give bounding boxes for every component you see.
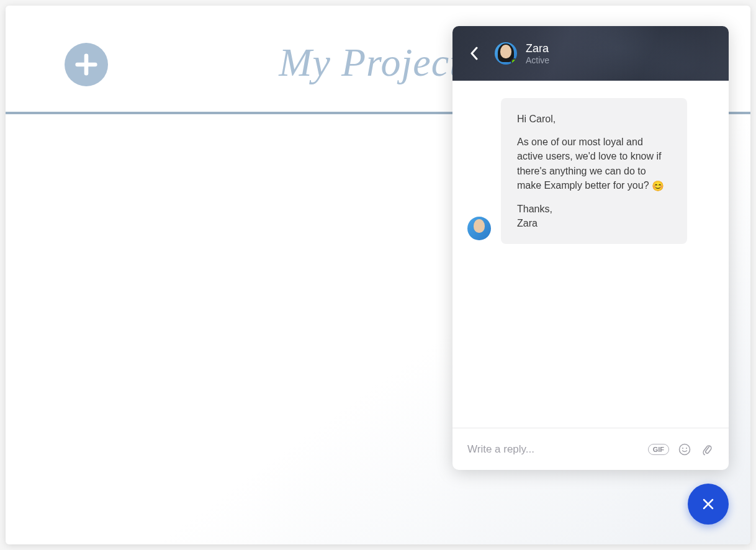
chat-messages: Hi Carol, As one of our most loyal and a… xyxy=(452,81,729,428)
message-greeting: Hi Carol, xyxy=(517,112,671,126)
message-bubble: Hi Carol, As one of our most loyal and a… xyxy=(501,98,687,244)
message-signoff-name: Zara xyxy=(517,218,538,228)
close-icon xyxy=(701,497,715,511)
plus-icon xyxy=(73,51,100,78)
chevron-left-icon xyxy=(470,47,479,60)
svg-point-3 xyxy=(682,447,683,448)
close-chat-button[interactable] xyxy=(688,484,729,525)
reply-input[interactable] xyxy=(467,443,639,456)
chat-header: Zara Active xyxy=(452,26,729,81)
message-body-text: As one of our most loyal and active user… xyxy=(517,137,662,191)
agent-info: Zara Active xyxy=(526,42,549,65)
svg-point-2 xyxy=(680,444,690,454)
app-container: My Projects Zara Active xyxy=(6,6,750,544)
add-project-button[interactable] xyxy=(65,43,108,86)
chat-input-bar: GIF xyxy=(452,428,729,470)
emoji-button[interactable] xyxy=(678,443,691,456)
agent-avatar xyxy=(495,42,517,65)
agent-name: Zara xyxy=(526,42,549,55)
svg-rect-1 xyxy=(75,63,97,67)
page-title: My Projects xyxy=(279,40,477,86)
message-thanks: Thanks, xyxy=(517,204,552,214)
paperclip-icon xyxy=(701,443,713,456)
gif-button[interactable]: GIF xyxy=(648,444,669,455)
chat-back-button[interactable] xyxy=(465,44,484,63)
chat-widget: Zara Active Hi Carol, As one of our most… xyxy=(452,26,729,470)
smile-icon xyxy=(678,443,691,456)
message-signoff: Thanks, Zara xyxy=(517,202,671,230)
attachment-button[interactable] xyxy=(700,443,714,456)
agent-status: Active xyxy=(526,55,549,65)
message-row: Hi Carol, As one of our most loyal and a… xyxy=(467,98,714,244)
message-avatar xyxy=(467,217,491,240)
status-online-icon xyxy=(511,58,517,65)
smile-emoji-icon: 😊 xyxy=(652,179,664,193)
message-body: As one of our most loyal and active user… xyxy=(517,135,671,193)
svg-point-4 xyxy=(686,447,687,448)
